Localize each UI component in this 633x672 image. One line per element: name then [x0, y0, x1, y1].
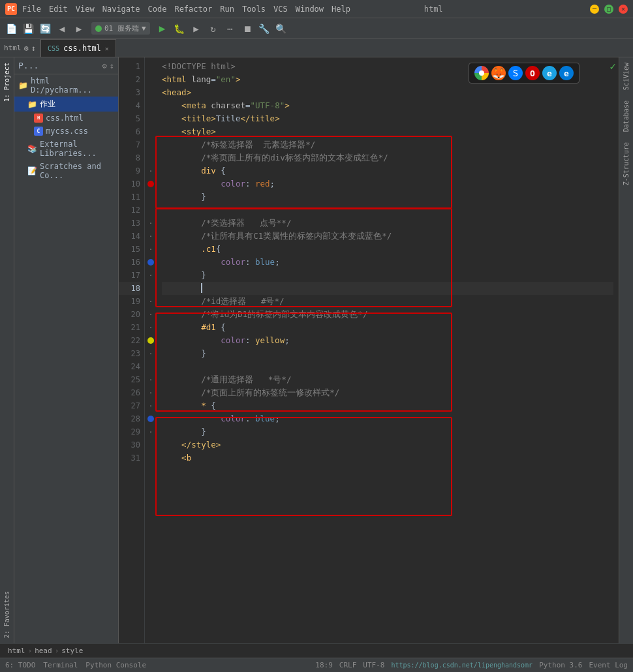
toolbar-reload[interactable]: ↻ [206, 22, 221, 36]
code-content: 1 2 3 4 5 6 7 8 9 10 11 12 13 14 15 16 1… [119, 57, 619, 643]
menu-navigate[interactable]: Navigate [102, 5, 140, 14]
line-20: /*将id为D1的标签内部文本内容改成黄色*/ [162, 308, 613, 321]
status-python-console[interactable]: Python Console [85, 661, 146, 669]
breadcrumb-head[interactable]: head [35, 647, 52, 655]
line-numbers: 1 2 3 4 5 6 7 8 9 10 11 12 13 14 15 16 1… [119, 57, 145, 643]
menu-refactor[interactable]: Refactor [174, 5, 212, 14]
tree-css-html-label: css.html [46, 114, 84, 123]
close-button[interactable]: ✕ [619, 5, 628, 14]
chrome-icon[interactable] [474, 66, 489, 80]
menu-tools[interactable]: Tools [242, 5, 266, 14]
tab-close-icon[interactable]: ✕ [105, 45, 109, 52]
firefox-icon[interactable]: 🦊 [491, 66, 506, 80]
menu-view[interactable]: View [76, 5, 95, 14]
ie-icon[interactable]: e [542, 66, 557, 80]
tree-icon-gear[interactable]: ⚙ [102, 61, 107, 70]
gc-14: · [145, 230, 157, 243]
menu-window[interactable]: Window [296, 5, 324, 14]
tree-icon-collapse[interactable]: ↕ [110, 61, 114, 70]
menu-help[interactable]: Help [332, 5, 350, 14]
edge-icon[interactable]: e [559, 66, 574, 80]
toolbar-forward[interactable]: ▶ [72, 22, 86, 36]
tab-bar-icon1[interactable]: ⚙ [24, 44, 29, 53]
gc-13: · [145, 217, 157, 230]
line-28: color: blue; [162, 412, 613, 425]
toolbar-run2[interactable]: ▶ [189, 22, 204, 36]
ln-17: 17 [119, 269, 140, 282]
code-lines[interactable]: <!DOCTYPE html> <html lang="en"> <head> … [157, 57, 619, 643]
menu-vcs[interactable]: VCS [273, 5, 288, 14]
toolbar: 📄 💾 🔄 ◀ ▶ 01 服务端 ▼ ▶ 🐛 ▶ ↻ ⋯ ⏹ 🔧 🔍 [0, 18, 633, 39]
side-project-label[interactable]: 1: Project [2, 57, 12, 107]
side-zstructure-label[interactable]: Z-Structure [621, 137, 631, 191]
breadcrumb-style[interactable]: style [61, 647, 83, 655]
tree-root[interactable]: 📁 html D:/pycharm... [14, 74, 118, 97]
menu-edit[interactable]: Edit [49, 5, 68, 14]
line-19: /*id选择器 #号*/ [162, 295, 613, 308]
line-14: /*让所有具有C1类属性的标签内部文本变成蓝色*/ [162, 230, 613, 243]
toolbar-step[interactable]: ⋯ [223, 22, 238, 36]
tab-bar: html ⚙ ↕ CSS css.html ✕ [0, 39, 633, 57]
breakpoint-10[interactable] [147, 181, 154, 187]
tree-file-css-html[interactable]: H css.html [14, 112, 118, 125]
gc-22 [145, 334, 157, 347]
line-7: /*标签选择器 元素选择器*/ [162, 138, 613, 151]
run-config-dot [95, 25, 102, 32]
tree-root-label: html D:/pycharm... [31, 76, 114, 95]
tree-file-mycss[interactable]: C mycss.css [14, 125, 118, 138]
toolbar-back[interactable]: ◀ [55, 22, 69, 36]
maximize-button[interactable]: □ [604, 5, 613, 14]
project-tree: P... ⚙ ↕ 📁 html D:/pycharm... 📁 作业 H css… [14, 57, 119, 643]
tree-scratches-label: Scratches and Co... [40, 162, 114, 180]
side-sciview-label[interactable]: SciView [621, 57, 631, 95]
breakpoint-16[interactable] [147, 259, 154, 266]
toolbar-search[interactable]: 🔍 [274, 22, 288, 36]
menu-code[interactable]: Code [148, 5, 167, 14]
safari-icon[interactable]: S [508, 66, 523, 80]
css-html-tab[interactable]: CSS css.html ✕ [40, 39, 116, 57]
toolbar-new[interactable]: 📄 [4, 22, 18, 36]
html-file-icon: H [34, 114, 43, 123]
tab-bar-icon2[interactable]: ↕ [31, 44, 36, 53]
line-27: * { [162, 399, 613, 412]
toolbar-sync[interactable]: 🔄 [38, 22, 52, 36]
tree-external-libs[interactable]: 📚 External Libraries... [14, 138, 118, 160]
gc-18 [145, 282, 157, 295]
tree-folder-homework[interactable]: 📁 作业 [14, 97, 118, 112]
line-30: </style> [162, 438, 613, 451]
side-favorites-label[interactable]: 2: Favorites [2, 586, 12, 643]
line-6: <style> [162, 125, 613, 138]
breakpoint-28[interactable] [147, 416, 154, 422]
status-event-log[interactable]: Event Log [589, 661, 628, 669]
tree-scratches[interactable]: 📝 Scratches and Co... [14, 160, 118, 182]
run-config[interactable]: 01 服务端 ▼ [91, 22, 150, 35]
line-22: color: yellow; [162, 334, 613, 347]
status-todo[interactable]: 6: TODO [5, 661, 35, 669]
toolbar-settings[interactable]: 🔧 [257, 22, 271, 36]
menu-file[interactable]: File [22, 5, 41, 14]
toolbar-debug[interactable]: 🐛 [172, 22, 187, 36]
ln-25: 25 [119, 373, 140, 386]
gc-9: · [145, 164, 157, 177]
status-terminal[interactable]: Terminal [43, 661, 78, 669]
opera-icon[interactable]: O [525, 66, 540, 80]
project-tab-label[interactable]: html [4, 44, 22, 52]
line-10: color: red; [162, 177, 613, 191]
breadcrumb-bar: html › head › style [0, 643, 633, 658]
gc-6 [145, 125, 157, 138]
toolbar-save[interactable]: 💾 [21, 22, 35, 36]
tab-file-icon: CSS [48, 45, 59, 52]
side-database-label[interactable]: Database [621, 95, 631, 137]
ln-19: 19 [119, 295, 140, 308]
breadcrumb-sep-2: › [55, 647, 59, 655]
toolbar-run[interactable]: ▶ [155, 22, 170, 36]
line-13: /*类选择器 点号**/ [162, 217, 613, 230]
tree-header-title: P... [18, 61, 39, 70]
breakpoint-22[interactable] [147, 337, 154, 344]
gc-1 [145, 60, 157, 73]
toolbar-stop[interactable]: ⏹ [240, 22, 255, 36]
menu-run[interactable]: Run [220, 5, 234, 14]
breadcrumb-html[interactable]: html [8, 647, 25, 655]
line-12 [162, 204, 613, 217]
minimize-button[interactable]: ─ [590, 5, 599, 14]
